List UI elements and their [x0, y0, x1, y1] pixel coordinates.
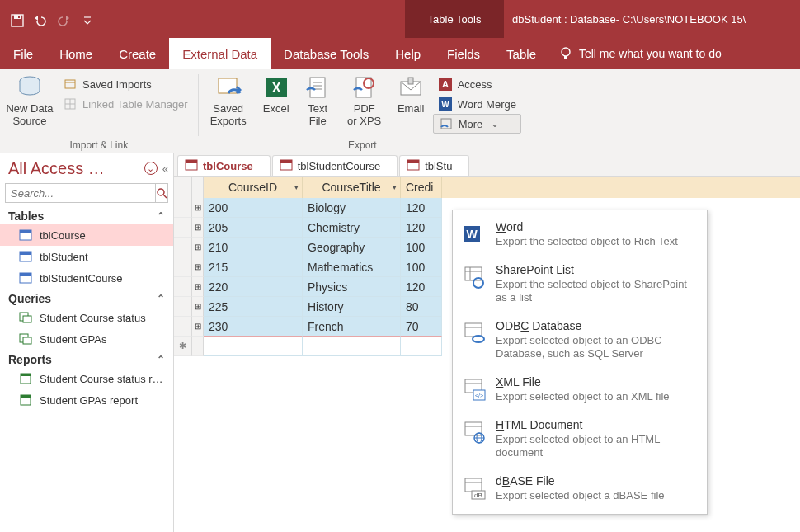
expand-icon[interactable]: ⊞ — [192, 198, 204, 218]
svg-rect-66 — [186, 160, 197, 163]
menu-item-word[interactable]: W WordExport the selected object to Rich… — [453, 214, 707, 257]
expand-icon[interactable]: ⊞ — [192, 297, 204, 317]
export-more-button[interactable]: More⌄ — [433, 114, 521, 134]
access-label: Access — [458, 78, 492, 91]
cell-coursetitle[interactable]: Chemistry — [303, 218, 401, 238]
new-data-source-button[interactable]: New Data Source — [5, 73, 54, 127]
nav-item-query-status[interactable]: Student Course status — [0, 307, 173, 328]
tab-create[interactable]: Create — [106, 38, 169, 69]
dropdown-icon[interactable]: ▾ — [294, 183, 299, 191]
nav-category-reports[interactable]: Reports⌃ — [0, 350, 173, 368]
chevron-down-icon[interactable]: ⌄ — [144, 162, 158, 175]
saved-exports-icon — [214, 74, 242, 101]
email-icon — [397, 74, 425, 101]
row-selector[interactable] — [174, 218, 192, 238]
search-input[interactable] — [6, 184, 155, 202]
word-merge-button[interactable]: WWord Merge — [433, 94, 521, 114]
tab-table[interactable]: Table — [493, 38, 549, 69]
expand-icon[interactable]: ⊞ — [192, 277, 204, 297]
expand-icon[interactable]: ⊞ — [192, 238, 204, 257]
nav-item-query-gpas[interactable]: Student GPAs — [0, 328, 173, 350]
cell-coursetitle[interactable]: French — [303, 317, 401, 337]
cell-credits[interactable]: 70 — [401, 317, 442, 337]
tab-database-tools[interactable]: Database Tools — [271, 38, 382, 69]
menu-item-sharepoint[interactable]: SharePoint ListExport the selected objec… — [453, 257, 707, 313]
qat-customize-icon[interactable] — [79, 9, 96, 32]
expand-icon[interactable]: ⊞ — [192, 218, 204, 238]
menu-item-xml[interactable]: </> XML FileExport selected object to an… — [453, 369, 707, 412]
menu-title: Word — [496, 220, 678, 233]
nav-item-tblstudentcourse[interactable]: tblStudentCourse — [0, 267, 173, 289]
cell-courseid[interactable]: 205 — [204, 218, 303, 238]
export-access-button[interactable]: AAccess — [433, 74, 521, 94]
cell-credits[interactable]: 100 — [401, 257, 442, 277]
text-file-button[interactable]: Text File — [299, 73, 336, 127]
row-selector[interactable] — [174, 277, 192, 297]
email-button[interactable]: Email — [393, 73, 430, 115]
menu-desc: Export selected object to an HTML docume… — [496, 433, 697, 459]
col-header-credits[interactable]: Credi — [401, 177, 442, 198]
nav-item-tblcourse[interactable]: tblCourse — [0, 224, 173, 246]
cell-coursetitle[interactable]: Mathematics — [303, 257, 401, 277]
doc-tab-tblcourse[interactable]: tblCourse — [177, 155, 271, 176]
tell-me-search[interactable]: Tell me what you want to do — [549, 38, 722, 69]
doc-tab-tblstudent[interactable]: tblStu — [399, 155, 469, 176]
tab-fields[interactable]: Fields — [434, 38, 493, 69]
nav-item-tblstudent[interactable]: tblStudent — [0, 246, 173, 267]
excel-button[interactable]: XExcel — [256, 73, 296, 115]
pdf-xps-button[interactable]: PDF or XPS — [340, 73, 389, 127]
cell-courseid[interactable]: 215 — [204, 257, 303, 277]
document-tabs: tblCourse tblStudentCourse tblStu — [174, 153, 800, 177]
col-header-courseid[interactable]: CourseID▾ — [204, 177, 303, 198]
cell-coursetitle[interactable]: Physics — [303, 277, 401, 297]
cell-credits[interactable]: 120 — [401, 277, 442, 297]
menu-item-odbc[interactable]: ODBC DatabaseExport selected object to a… — [453, 313, 707, 369]
tab-external-data[interactable]: External Data — [169, 38, 271, 69]
row-selector[interactable] — [174, 297, 192, 317]
tab-file[interactable]: File — [0, 38, 46, 69]
cell-credits[interactable]: 120 — [401, 198, 442, 218]
col-header-coursetitle[interactable]: CourseTitle▾ — [303, 177, 401, 198]
undo-icon[interactable] — [30, 9, 54, 32]
saved-exports-button[interactable]: Saved Exports — [204, 73, 253, 127]
dropdown-icon[interactable]: ▾ — [393, 183, 397, 191]
svg-rect-56 — [20, 273, 31, 276]
collapse-pane-icon[interactable]: « — [162, 162, 168, 175]
search-icon[interactable] — [155, 184, 167, 202]
menu-item-html[interactable]: HTML DocumentExport selected object to a… — [453, 412, 707, 468]
redo-icon[interactable] — [54, 9, 79, 32]
cell-courseid[interactable]: 225 — [204, 297, 303, 317]
row-selector[interactable] — [174, 198, 192, 218]
cell-coursetitle[interactable]: History — [303, 297, 401, 317]
cell-courseid[interactable]: 210 — [204, 238, 303, 257]
doc-tab-tblstudentcourse[interactable]: tblStudentCourse — [272, 155, 398, 176]
tab-help[interactable]: Help — [382, 38, 434, 69]
nav-category-tables[interactable]: Tables⌃ — [0, 206, 173, 224]
cell-courseid[interactable]: 200 — [204, 198, 303, 218]
nav-header[interactable]: All Access … ⌄ « — [0, 153, 173, 180]
saved-imports-button[interactable]: Saved Imports — [58, 74, 193, 94]
cell-credits[interactable]: 100 — [401, 238, 442, 257]
cell-courseid[interactable]: 220 — [204, 277, 303, 297]
svg-rect-26 — [441, 119, 451, 129]
cell-courseid[interactable]: 230 — [204, 317, 303, 337]
email-label: Email — [398, 102, 425, 115]
select-all-cell[interactable] — [174, 177, 192, 198]
group-import-link: New Data Source Saved Imports Linked Tab… — [0, 69, 198, 153]
row-selector[interactable] — [174, 238, 192, 257]
expand-icon[interactable]: ⊞ — [192, 257, 204, 277]
nav-item-report-status[interactable]: Student Course status r… — [0, 368, 173, 389]
cell-coursetitle[interactable]: Geography — [303, 238, 401, 257]
cell-credits[interactable]: 120 — [401, 218, 442, 238]
table-icon — [185, 159, 198, 172]
cell-credits[interactable]: 80 — [401, 297, 442, 317]
nav-category-queries[interactable]: Queries⌃ — [0, 289, 173, 307]
row-selector[interactable] — [174, 257, 192, 277]
save-icon[interactable] — [5, 9, 30, 32]
tab-home[interactable]: Home — [46, 38, 106, 69]
row-selector[interactable] — [174, 317, 192, 337]
cell-coursetitle[interactable]: Biology — [303, 198, 401, 218]
menu-item-dbase[interactable]: dB dBASE FileExport selected object a dB… — [453, 468, 707, 511]
expand-icon[interactable]: ⊞ — [192, 317, 204, 337]
nav-item-report-gpas[interactable]: Student GPAs report — [0, 389, 173, 411]
